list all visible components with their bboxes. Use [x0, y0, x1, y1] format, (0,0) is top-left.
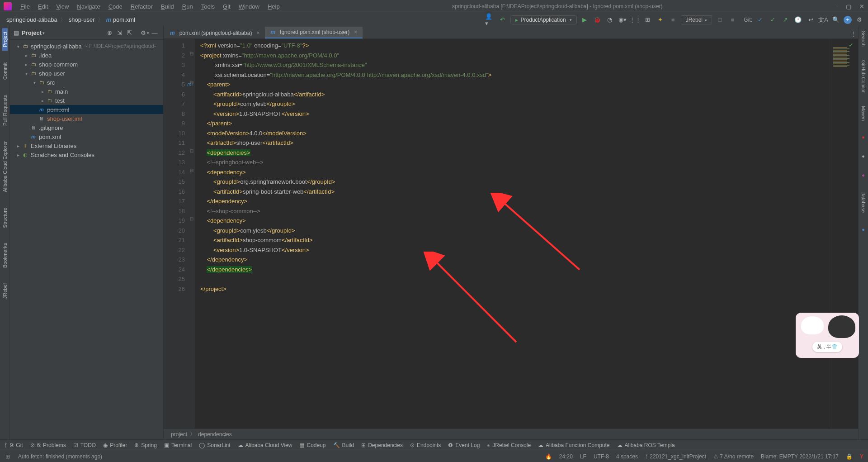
tree-item[interactable]: ▾🗀shop-user — [10, 69, 163, 78]
breadcrumb[interactable]: m pom.xml — [104, 16, 138, 23]
bottom-tool-jrebel-console[interactable]: ⟐JRebel Console — [487, 442, 531, 448]
git-update-icon[interactable]: ✓ — [755, 15, 765, 25]
profile-icon[interactable]: ◉▾ — [618, 15, 627, 25]
close-tab-icon[interactable]: × — [354, 29, 357, 35]
tree-item[interactable]: ▸◐Scratches and Consoles — [10, 150, 163, 159]
fold-column[interactable]: ⊟⊟⊟⊟⊟ — [189, 39, 195, 429]
tool-icon[interactable]: ✦ — [656, 15, 665, 25]
bottom-tool-endpoints[interactable]: ⊙Endpoints — [410, 442, 441, 448]
bottom-tool-alibaba-ros-templa[interactable]: ☁Alibaba ROS Templa — [617, 442, 675, 448]
tree-item[interactable]: ▸🗀shop-commom — [10, 60, 163, 69]
status-indent[interactable]: 4 spaces — [616, 453, 638, 460]
tree-item[interactable]: ▾🗀springcloud-alibaba~ F:\IDEAProject\sp… — [10, 42, 163, 51]
left-tool-alibaba-cloud-explorer[interactable]: Alibaba Cloud Explorer — [2, 138, 8, 196]
jrebel-selector[interactable]: JRebel ▾ — [681, 15, 712, 24]
right-tool-icon[interactable]: ● — [861, 224, 866, 235]
mascot-widget[interactable]: 英 , 半👕 — [796, 313, 859, 358]
run-icon[interactable]: ▶ — [580, 15, 590, 25]
more-icon[interactable]: ⋮ — [848, 29, 858, 38]
menu-tools[interactable]: Tools — [198, 2, 218, 11]
menu-run[interactable]: Run — [179, 2, 196, 11]
code-text[interactable]: <?xml version="1.0" encoding="UTF-8"?><p… — [195, 39, 831, 429]
tree-item[interactable]: 🗎.gitignore — [10, 123, 163, 132]
translate-icon[interactable]: 文A — [818, 15, 828, 25]
left-tool-project[interactable]: Project — [2, 28, 8, 51]
chevron-down-icon[interactable]: ▾ — [42, 31, 45, 35]
menu-edit[interactable]: Edit — [35, 2, 51, 11]
minimap[interactable]: ✓ — [831, 39, 858, 429]
bottom-tool-build[interactable]: 🔨Build — [333, 442, 354, 448]
tree-item[interactable]: mpom.xml — [10, 105, 163, 114]
hide-icon[interactable]: — — [150, 28, 160, 38]
menu-view[interactable]: View — [53, 2, 72, 11]
menu-build[interactable]: Build — [158, 2, 177, 11]
left-tool-jrebel[interactable]: JRebel — [2, 280, 8, 302]
tree-item[interactable]: ▸⫴External Libraries — [10, 141, 163, 150]
tool-icon[interactable]: ⊞ — [643, 15, 653, 25]
bottom-tool-alibaba-function-compute[interactable]: ☁Alibaba Function Compute — [538, 442, 609, 448]
editor-tab[interactable]: mIgnored pom.xml (shop-user)× — [265, 27, 363, 38]
code-area[interactable]: 1234567891011121314151617181920212223242… — [164, 39, 858, 429]
right-tool-github-copilot[interactable]: GitHub Copilot — [861, 57, 866, 95]
tool-icon[interactable]: ⋮⋮ — [630, 15, 640, 25]
tree-item[interactable]: ▸🗀test — [10, 96, 163, 105]
bottom-tool-spring[interactable]: ❋Spring — [134, 442, 157, 448]
coverage-icon[interactable]: ◔ — [605, 15, 615, 25]
back-icon[interactable]: ↶ — [498, 15, 508, 25]
debug-icon[interactable]: 🐞 — [592, 15, 602, 25]
maximize-icon[interactable]: ▢ — [846, 3, 851, 10]
bottom-tool-codeup[interactable]: ▦Codeup — [299, 442, 326, 448]
settings-icon[interactable]: ⚙ — [854, 15, 864, 25]
right-tool-icon[interactable]: ● — [861, 170, 866, 181]
status-encoding[interactable]: UTF-8 — [594, 453, 609, 460]
bottom-tool-event-log[interactable]: ❶Event Log — [448, 442, 480, 448]
search-icon[interactable]: 🔍 — [831, 15, 841, 25]
minimize-icon[interactable]: — — [832, 3, 838, 10]
tree-item[interactable]: ▸🗀main — [10, 87, 163, 96]
gear-icon[interactable]: ⚙▾ — [140, 28, 150, 38]
status-blame[interactable]: Blame: EMPTY 2022/1/21 17:17 — [761, 453, 839, 460]
bottom-tool-9-git[interactable]: ᚶ9: Git — [5, 442, 23, 448]
expand-icon[interactable]: ⇲ — [114, 28, 124, 38]
breadcrumb[interactable]: springcloud-alibaba — [4, 16, 60, 23]
bottom-tool-sonarlint[interactable]: ◯SonarLint — [199, 442, 230, 448]
left-tool-structure[interactable]: Structure — [2, 204, 8, 232]
sync-icon[interactable]: + — [844, 16, 852, 24]
git-history-icon[interactable]: 🕐 — [793, 15, 803, 25]
right-tool-icon[interactable]: ● — [861, 132, 866, 143]
bottom-tool-todo[interactable]: ☑TODO — [73, 442, 96, 448]
status-changes[interactable]: ⚠ 7 Δ/no remote — [713, 453, 754, 460]
menu-help[interactable]: Help — [264, 2, 283, 11]
git-commit-icon[interactable]: ✓ — [768, 15, 778, 25]
right-tool-icon[interactable]: ● — [861, 151, 866, 162]
run-config-selector[interactable]: ▸ProductApplication▾ — [510, 15, 577, 24]
right-tool-maven[interactable]: Maven — [861, 103, 866, 124]
left-tool-commit[interactable]: Commit — [2, 59, 8, 83]
status-branch[interactable]: ᚶ 220121_xgc_initProject — [645, 453, 706, 460]
git-push-icon[interactable]: ↗ — [780, 15, 790, 25]
tree-item[interactable]: ▸🗀.idea — [10, 51, 163, 60]
breadcrumb-item[interactable]: dependencies — [195, 431, 235, 438]
status-memory[interactable]: 🔥 — [545, 453, 552, 460]
tool-windows-icon[interactable]: ⊞ — [5, 453, 11, 460]
close-icon[interactable]: ✕ — [859, 3, 864, 10]
stop-icon[interactable]: ■ — [668, 15, 678, 25]
breadcrumb-item[interactable]: project — [168, 431, 190, 438]
bottom-tool-alibaba-cloud-view[interactable]: ☁Alibaba Cloud View — [238, 442, 292, 448]
tree-item[interactable]: mpom.xml — [10, 132, 163, 141]
tree-item[interactable]: ▾🗀src — [10, 78, 163, 87]
menu-navigate[interactable]: Navigate — [74, 2, 103, 11]
right-tool-search[interactable]: Search — [861, 28, 866, 49]
menu-window[interactable]: Window — [236, 2, 263, 11]
status-eol[interactable]: LF — [580, 453, 586, 460]
tree-item[interactable]: 🗎shop-user.iml — [10, 114, 163, 123]
menu-git[interactable]: Git — [220, 2, 234, 11]
status-y-icon[interactable]: Y — [860, 453, 863, 460]
collapse-icon[interactable]: ⇱ — [124, 28, 134, 38]
right-tool-database[interactable]: Database — [861, 189, 866, 215]
user-icon[interactable]: 👤▾ — [485, 15, 495, 25]
menu-code[interactable]: Code — [105, 2, 126, 11]
menu-refactor[interactable]: Refactor — [127, 2, 156, 11]
menu-file[interactable]: File — [17, 2, 33, 11]
status-pos[interactable]: 24:20 — [559, 453, 573, 460]
